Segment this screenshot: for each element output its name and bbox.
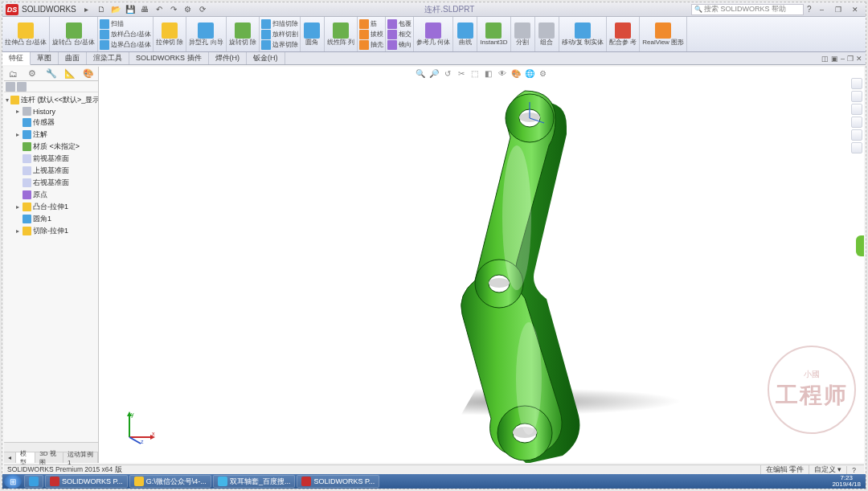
- tree-annotations[interactable]: ▸注解: [4, 129, 98, 141]
- tree-history[interactable]: ▸History: [4, 106, 98, 117]
- taskpane-resources-icon[interactable]: [851, 78, 862, 89]
- rebuild-icon[interactable]: ⟳: [197, 4, 208, 15]
- tab-surfaces[interactable]: 曲面: [59, 52, 87, 64]
- cmd-sweep-loft-boundary: 扫描 放样凸台/基体 边界凸台/基体: [98, 17, 154, 51]
- doc-window-cascade-icon[interactable]: ▣: [831, 55, 838, 63]
- graphics-viewport[interactable]: 🔍 🔎 ↺ ✂ ⬚ ◧ 👁 🎨 🌐 ⚙: [99, 67, 864, 463]
- undo-icon[interactable]: ↶: [154, 4, 165, 15]
- property-manager-tab-icon[interactable]: ⚙: [23, 67, 41, 80]
- cmd-loft-boss[interactable]: 放样凸台/基体: [100, 30, 151, 39]
- orientation-triad[interactable]: y x z: [123, 410, 157, 444]
- tab-sketch[interactable]: 草图: [31, 52, 59, 64]
- cmd-sweep[interactable]: 扫描: [100, 19, 151, 29]
- help-icon[interactable]: ?: [807, 5, 812, 14]
- tree-root[interactable]: ▾连杆 (默认<<默认>_显示状态 1>: [4, 94, 98, 106]
- cmd-linear-pattern[interactable]: 线性阵 列: [325, 17, 358, 51]
- taskpane-flyout-handle[interactable]: [856, 235, 864, 256]
- start-button[interactable]: ⊞: [4, 474, 22, 489]
- cmd-mate-reference[interactable]: 配合参 考: [607, 17, 640, 51]
- taskpane-custom-props-icon[interactable]: [851, 142, 862, 153]
- cmd-wrap[interactable]: 包覆: [387, 19, 411, 29]
- cmd-sweep-cut[interactable]: 扫描切除: [261, 19, 298, 29]
- close-icon[interactable]: ✕: [848, 4, 862, 15]
- tab-sheetmetal[interactable]: 钣金(H): [247, 52, 285, 64]
- watermark-top: 小國: [804, 369, 820, 380]
- cmd-instant3d[interactable]: Instant3D: [477, 17, 510, 51]
- taskpane-view-palette-icon[interactable]: [851, 117, 862, 128]
- cmd-fillet[interactable]: 圆角: [301, 17, 325, 51]
- tree-sensors[interactable]: 传感器: [4, 117, 98, 129]
- tree-origin[interactable]: 原点: [4, 189, 98, 201]
- system-clock[interactable]: 7:232019/4/18: [827, 475, 866, 488]
- tree-right-plane[interactable]: 右视基准面: [4, 177, 98, 189]
- cmd-extrude-boss[interactable]: 拉伸凸 台/基体: [2, 17, 50, 51]
- open-icon[interactable]: 📂: [110, 4, 121, 15]
- cmd-curves[interactable]: 曲线: [453, 17, 477, 51]
- taskbar-pin-1[interactable]: [24, 475, 43, 488]
- taskbar-app-explorer[interactable]: G:\微信公众号\4-...: [129, 475, 211, 488]
- tree-material[interactable]: 材质 <未指定>: [4, 141, 98, 153]
- minimize-icon[interactable]: –: [814, 4, 829, 15]
- maximize-icon[interactable]: ❐: [831, 4, 845, 15]
- cmd-boundary-boss[interactable]: 边界凸台/基体: [100, 40, 151, 50]
- cmd-intersect[interactable]: 相交: [387, 30, 411, 39]
- feature-tree-tab-icon[interactable]: 🗂: [4, 67, 23, 80]
- cmd-shell[interactable]: 抽壳: [359, 40, 383, 50]
- cmd-boundary-cut[interactable]: 边界切除: [261, 40, 298, 50]
- svg-point-12: [516, 322, 542, 435]
- taskpane-appearances-icon[interactable]: [851, 129, 862, 141]
- redo-icon[interactable]: ↷: [168, 4, 179, 15]
- doc-window-max-icon[interactable]: ❐: [847, 55, 854, 63]
- doc-window-close-icon[interactable]: ✕: [856, 55, 862, 63]
- ribbon-toolbar: 拉伸凸 台/基体 旋转凸 台/基体 扫描 放样凸台/基体 边界凸台/基体 拉伸切…: [2, 17, 866, 52]
- config-manager-tab-icon[interactable]: 🔧: [42, 67, 60, 80]
- cmd-revolve-boss[interactable]: 旋转凸 台/基体: [50, 17, 97, 51]
- help-search-input[interactable]: 搜索 SOLIDWORKS 帮助: [691, 4, 804, 15]
- motion-prev-icon[interactable]: ◂: [4, 452, 16, 463]
- print-icon[interactable]: 🖶: [139, 4, 150, 15]
- taskpane-library-icon[interactable]: [851, 91, 862, 102]
- cmd-move-copy-body[interactable]: 移动/复 制实体: [559, 17, 607, 51]
- cmd-split[interactable]: 分割: [511, 17, 535, 51]
- taskbar-app-solidworks[interactable]: SOLIDWORKS P...: [45, 475, 128, 488]
- cmd-combine[interactable]: 组合: [535, 17, 559, 51]
- tree-top-plane[interactable]: 上视基准面: [4, 165, 98, 177]
- tree-cut-extrude1[interactable]: ▸切除-拉伸1: [4, 225, 98, 237]
- tree-filter-bar[interactable]: [4, 81, 98, 92]
- cmd-revolve-cut[interactable]: 旋转切 除: [227, 17, 260, 51]
- cmd-mirror[interactable]: 镜向: [387, 40, 411, 50]
- taskbar-app-solidworks-2[interactable]: SOLIDWORKS P...: [297, 475, 379, 488]
- cmd-ref-geometry[interactable]: 参考几 何体: [414, 17, 453, 51]
- doc-window-tile-icon[interactable]: ◫: [821, 55, 829, 63]
- new-icon[interactable]: 🗋: [96, 4, 107, 15]
- cmd-loft-cut[interactable]: 放样切割: [261, 30, 298, 39]
- menu-file-icon[interactable]: ▸: [81, 4, 92, 15]
- tab-weldment[interactable]: 焊件(H): [209, 52, 248, 64]
- tab-addins[interactable]: SOLIDWORKS 插件: [129, 52, 209, 64]
- taskpane-explorer-icon[interactable]: [851, 104, 862, 115]
- tree-boss-extrude1[interactable]: ▸凸台-拉伸1: [4, 201, 98, 213]
- part-3d-model[interactable]: [396, 73, 605, 463]
- status-custom-menu[interactable]: 自定义 ▾: [809, 465, 846, 475]
- app-logo: DS: [6, 4, 18, 15]
- doc-window-min-icon[interactable]: –: [841, 55, 845, 63]
- tab-render-tools[interactable]: 渲染工具: [87, 52, 129, 64]
- tab-3dviews[interactable]: 3D 视图: [35, 452, 63, 463]
- tab-motion-study[interactable]: 运动算例 1: [63, 452, 98, 463]
- cmd-realview[interactable]: RealView 图形: [640, 17, 687, 51]
- tree-fillet1[interactable]: 圆角1: [4, 213, 98, 225]
- dimxpert-tab-icon[interactable]: 📐: [60, 67, 79, 80]
- options-icon[interactable]: ⚙: [182, 4, 194, 15]
- main-area: 🗂 ⚙ 🔧 📐 🎨 ▾连杆 (默认<<默认>_显示状态 1> ▸History …: [4, 67, 864, 463]
- taskbar-app-browser[interactable]: 双耳轴套_百度搜...: [213, 475, 296, 488]
- tab-model[interactable]: 模型: [16, 452, 35, 463]
- tab-features[interactable]: 特征: [2, 52, 31, 65]
- save-icon[interactable]: 💾: [125, 4, 136, 15]
- display-manager-tab-icon[interactable]: 🎨: [80, 67, 98, 80]
- cmd-hole-wizard[interactable]: 异型孔 向导: [186, 17, 226, 51]
- cmd-draft[interactable]: 拔模: [359, 30, 383, 39]
- status-help-icon[interactable]: ?: [846, 466, 861, 474]
- cmd-rib[interactable]: 筋: [359, 19, 383, 29]
- tree-front-plane[interactable]: 前视基准面: [4, 153, 98, 165]
- cmd-extrude-cut[interactable]: 拉伸切 除: [154, 17, 186, 51]
